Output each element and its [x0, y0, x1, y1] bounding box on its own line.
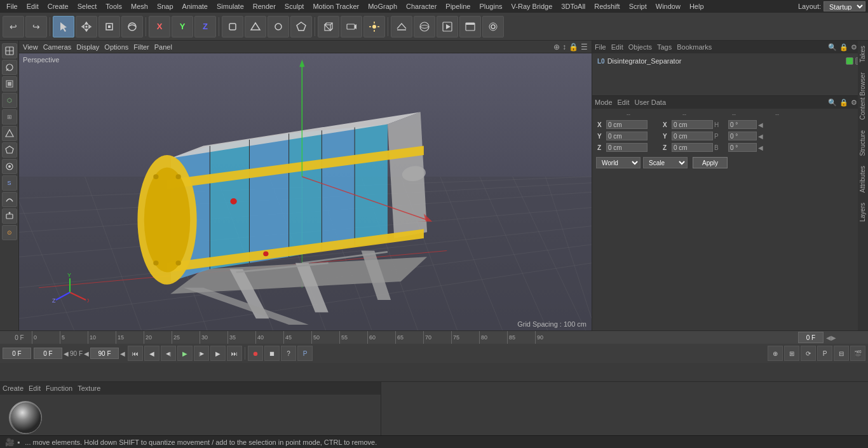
- timeline-btn-5[interactable]: ⊟: [834, 346, 849, 361]
- apply-button[interactable]: Apply: [693, 157, 728, 168]
- status-icon-camera[interactable]: 🎥: [5, 438, 15, 447]
- menu-3dtoall[interactable]: 3DToAll: [557, 1, 589, 11]
- coord-x-input-2[interactable]: [672, 120, 713, 129]
- frame-end-range[interactable]: [90, 348, 119, 359]
- vtab-takes[interactable]: Takes: [858, 41, 868, 67]
- rotate-button[interactable]: [121, 16, 143, 37]
- undo-button[interactable]: ↩: [3, 16, 24, 37]
- prev-key-button[interactable]: ◀|: [161, 346, 176, 361]
- menu-redshift[interactable]: Redshift: [590, 1, 623, 11]
- attr-tab-mode[interactable]: Mode: [595, 98, 613, 106]
- viewport[interactable]: View Cameras Display Options Filter Pane…: [19, 41, 592, 330]
- obj-gear-icon[interactable]: ⚙: [851, 43, 857, 51]
- floor-tool[interactable]: [391, 16, 412, 37]
- cube-tool[interactable]: [318, 16, 339, 37]
- sidebar-tool-8[interactable]: [2, 159, 17, 174]
- menu-vray[interactable]: V-Ray Bridge: [508, 1, 557, 11]
- timeline-btn-2[interactable]: ⊞: [784, 346, 799, 361]
- timeline-btn-6[interactable]: 🎬: [850, 346, 865, 361]
- keyframe-button[interactable]: P: [297, 346, 313, 361]
- scale-button[interactable]: [98, 16, 120, 37]
- attr-search-icon[interactable]: 🔍: [828, 98, 837, 107]
- frame-start-range[interactable]: [34, 348, 62, 359]
- sidebar-tool-7[interactable]: [2, 142, 17, 158]
- status-icon-square[interactable]: ▪: [17, 438, 20, 447]
- sidebar-tool-1[interactable]: [2, 43, 17, 58]
- camera-tool[interactable]: [341, 16, 362, 37]
- poly-mode-button[interactable]: [290, 16, 312, 37]
- menu-help[interactable]: Help: [686, 1, 708, 11]
- x-axis-button[interactable]: X: [149, 16, 170, 37]
- goto-end-button[interactable]: ⏭: [227, 346, 242, 361]
- obj-tab-file[interactable]: File: [595, 43, 606, 51]
- menu-sculpt[interactable]: Sculpt: [281, 1, 308, 11]
- menu-motion-tracker[interactable]: Motion Tracker: [309, 1, 363, 11]
- mat-tab-function[interactable]: Function: [46, 384, 72, 392]
- menu-pipeline[interactable]: Pipeline: [442, 1, 474, 11]
- coord-p-input[interactable]: [728, 132, 757, 140]
- obj-vis-dot-1[interactable]: [846, 57, 853, 65]
- menu-character[interactable]: Character: [402, 1, 440, 11]
- sidebar-tool-10[interactable]: [2, 192, 17, 207]
- coord-h-input[interactable]: [728, 120, 757, 129]
- attr-lock-icon[interactable]: 🔒: [839, 98, 848, 107]
- next-frame-button[interactable]: ▶: [210, 346, 226, 361]
- loop-button[interactable]: ?: [281, 346, 296, 361]
- attr-tab-edit[interactable]: Edit: [618, 98, 630, 106]
- coord-x-input-1[interactable]: [606, 120, 648, 129]
- menu-mesh[interactable]: Mesh: [127, 1, 152, 11]
- sidebar-tool-2[interactable]: [2, 60, 17, 75]
- coord-y-input-2[interactable]: [672, 132, 713, 140]
- obj-tab-bookmarks[interactable]: Bookmarks: [677, 43, 712, 51]
- menu-window[interactable]: Window: [652, 1, 684, 11]
- menu-simulate[interactable]: Simulate: [213, 1, 248, 11]
- vtab-content-browser[interactable]: Content Browser: [858, 67, 868, 125]
- mat-tab-texture[interactable]: Texture: [78, 384, 100, 392]
- obj-lock-icon[interactable]: 🔒: [839, 43, 848, 51]
- menu-file[interactable]: File: [3, 1, 22, 11]
- scene-3d[interactable]: X Y Z Perspective Grid Spacing : 100 cm: [19, 41, 592, 330]
- select-mode-button[interactable]: [53, 16, 74, 37]
- vtab-layers[interactable]: Layers: [858, 198, 868, 227]
- scale-dropdown[interactable]: Scale Absolute Relative: [643, 157, 688, 168]
- goto-start-button[interactable]: ⏮: [128, 346, 143, 361]
- coord-b-input[interactable]: [728, 143, 757, 152]
- vtab-structure[interactable]: Structure: [858, 125, 868, 161]
- menu-edit[interactable]: Edit: [23, 1, 43, 11]
- light-tool[interactable]: [363, 16, 385, 37]
- obj-tab-edit[interactable]: Edit: [611, 43, 623, 51]
- world-dropdown[interactable]: World Object Local: [596, 157, 641, 168]
- obj-search-icon[interactable]: 🔍: [828, 43, 837, 51]
- z-axis-button[interactable]: Z: [194, 16, 216, 37]
- menu-tools[interactable]: Tools: [102, 1, 126, 11]
- render-settings-tool[interactable]: [482, 16, 504, 37]
- menu-animate[interactable]: Animate: [179, 1, 212, 11]
- render-window-tool[interactable]: [459, 16, 481, 37]
- attr-gear-icon[interactable]: ⚙: [851, 98, 857, 107]
- move-button[interactable]: [76, 16, 97, 37]
- menu-create[interactable]: Create: [44, 1, 72, 11]
- timeline-btn-3[interactable]: ⟳: [801, 346, 816, 361]
- next-key-button[interactable]: |▶: [194, 346, 209, 361]
- sidebar-tool-5[interactable]: ⊞: [2, 109, 17, 125]
- edge-mode-button[interactable]: [268, 16, 289, 37]
- mat-tab-edit[interactable]: Edit: [29, 384, 41, 392]
- record-button[interactable]: ⏺: [248, 346, 263, 361]
- timeline-btn-1[interactable]: ⊕: [768, 346, 783, 361]
- menu-plugins[interactable]: Plugins: [475, 1, 506, 11]
- obj-tab-tags[interactable]: Tags: [657, 43, 672, 51]
- coord-y-input-1[interactable]: [606, 132, 648, 140]
- redo-button[interactable]: ↪: [25, 16, 47, 37]
- sidebar-tool-6[interactable]: [2, 126, 17, 141]
- coord-z-input-2[interactable]: [672, 143, 713, 152]
- point-mode-button[interactable]: [245, 16, 266, 37]
- obj-tab-objects[interactable]: Objects: [628, 43, 652, 51]
- prev-frame-button[interactable]: ◀: [144, 346, 159, 361]
- render-tool[interactable]: [437, 16, 458, 37]
- skybox-tool[interactable]: [414, 16, 435, 37]
- object-mode-button[interactable]: [222, 16, 243, 37]
- sidebar-tool-9[interactable]: S: [2, 175, 17, 191]
- mat-tab-create[interactable]: Create: [3, 384, 24, 392]
- current-frame-input[interactable]: [3, 348, 31, 359]
- menu-snap[interactable]: Snap: [153, 1, 177, 11]
